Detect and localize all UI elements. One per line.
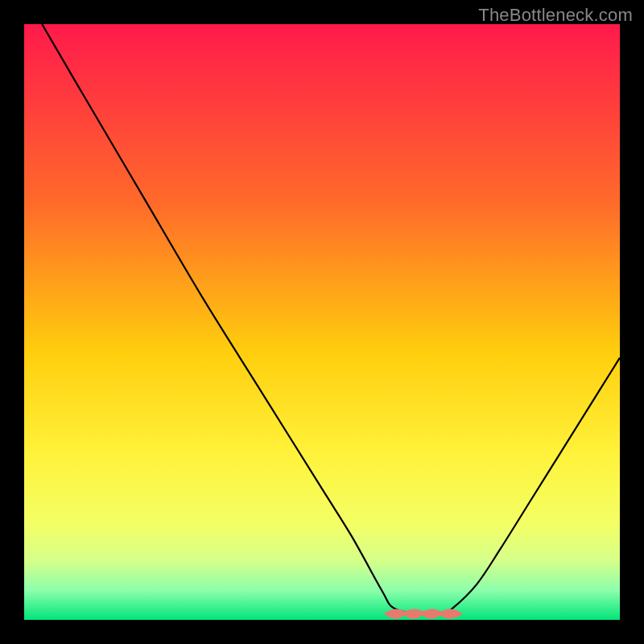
chart-svg: [24, 24, 620, 620]
plot-area: [24, 24, 620, 620]
gradient-background: [24, 24, 620, 620]
watermark-text: TheBottleneck.com: [478, 5, 633, 26]
chart-container: TheBottleneck.com: [0, 0, 644, 644]
